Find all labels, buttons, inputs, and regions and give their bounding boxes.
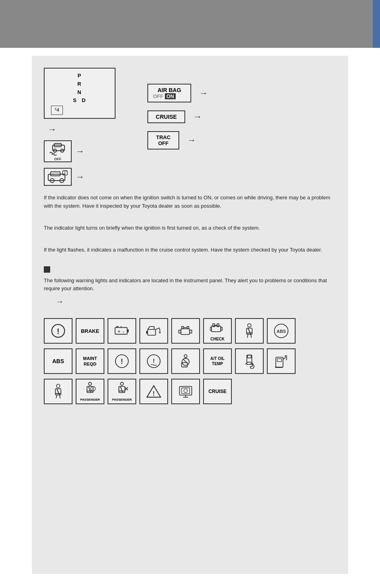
triangle-warn-svg: ! bbox=[146, 384, 161, 399]
seatbelt2-indicator bbox=[44, 379, 72, 404]
fuel2-svg bbox=[242, 354, 257, 369]
circle-exclaim-svg: ! bbox=[51, 323, 66, 338]
abs-circle-indicator: ABS bbox=[267, 318, 296, 344]
check-indicator: CHECK bbox=[203, 318, 232, 344]
trac-line2: OFF bbox=[152, 140, 174, 146]
centered-arrow: → bbox=[56, 297, 64, 306]
svg-rect-19 bbox=[148, 330, 156, 335]
svg-line-36 bbox=[248, 328, 251, 334]
airbag-row: AIR BAG OFF ON → bbox=[147, 84, 208, 102]
svg-line-63 bbox=[88, 386, 91, 392]
brake-indicator: BRAKE bbox=[76, 318, 104, 344]
text-block-3: If the light flashes, it indicates a mal… bbox=[44, 246, 336, 254]
passenger1-indicator: PASSENGER bbox=[76, 379, 104, 404]
passenger2-svg bbox=[114, 382, 129, 397]
car-lock-row: → bbox=[44, 168, 123, 186]
svg-rect-12 bbox=[115, 328, 127, 334]
airbag-bottom: OFF ON bbox=[153, 93, 186, 99]
right-column: AIR BAG OFF ON → CRUISE → bbox=[147, 72, 208, 186]
oil-pres-svg: ! bbox=[114, 354, 129, 369]
svg-rect-21 bbox=[146, 331, 148, 334]
cruise-bottom-indicator: CRUISE bbox=[203, 379, 232, 404]
skid-arrow: → bbox=[76, 146, 84, 157]
svg-point-66 bbox=[120, 382, 123, 385]
brake-label: BRAKE bbox=[81, 328, 99, 334]
gear-letters: PRNS D bbox=[51, 72, 108, 105]
battery-indicator: + - bbox=[108, 318, 136, 344]
svg-rect-29 bbox=[210, 327, 212, 330]
svg-rect-13 bbox=[127, 329, 129, 332]
airbag-label: AIR BAG bbox=[153, 87, 186, 93]
fuel2-indicator bbox=[235, 348, 264, 374]
at-oil-temp-indicator: A/T OILTEMP bbox=[203, 348, 232, 374]
svg-point-46 bbox=[184, 355, 187, 358]
svg-point-76 bbox=[184, 389, 187, 393]
text-block-2: The indicator light turns on briefly whe… bbox=[44, 224, 336, 232]
oil-pressure-indicator: ! bbox=[108, 348, 136, 374]
camera-indicator bbox=[171, 379, 200, 404]
cruise-row: CRUISE → bbox=[147, 110, 208, 123]
svg-rect-24 bbox=[190, 330, 192, 333]
trac-off-row: TRAC OFF → bbox=[147, 131, 208, 149]
cruise-bottom-label: CRUISE bbox=[208, 389, 226, 394]
header-bar bbox=[0, 0, 380, 48]
centered-arrow-row: → bbox=[56, 297, 336, 306]
skid-icon-row: OFF → bbox=[44, 140, 123, 162]
section-body-text: The following warning lights and indicat… bbox=[44, 277, 336, 293]
passenger1-label: PASSENGER bbox=[80, 398, 100, 401]
engine-svg bbox=[178, 323, 193, 338]
section-square-icon bbox=[44, 266, 50, 273]
left-arrow-row-1: → bbox=[48, 124, 123, 135]
abs-text-label: ABS bbox=[52, 358, 64, 364]
svg-text:ABS: ABS bbox=[277, 329, 286, 334]
svg-point-34 bbox=[248, 324, 251, 327]
airbag-on: ON bbox=[165, 93, 176, 99]
svg-point-61 bbox=[88, 382, 92, 385]
gear-indicator-box: PRNS D ⁵4 bbox=[44, 68, 116, 119]
svg-text:!: ! bbox=[153, 357, 155, 364]
svg-text:+: + bbox=[118, 329, 121, 334]
icon-row-1: ! BRAKE + - bbox=[44, 318, 336, 344]
trac-off-box: TRAC OFF bbox=[147, 131, 179, 149]
fuel-pump-indicator bbox=[267, 348, 296, 374]
at-oil-temp-label: A/T OILTEMP bbox=[210, 356, 225, 366]
icon-row-3: PASSENGER PASSENGER ! bbox=[44, 379, 336, 404]
oil-svg bbox=[146, 323, 161, 338]
battery-svg: + - bbox=[114, 323, 129, 338]
gear-selected: ⁵4 bbox=[51, 106, 63, 115]
cruise-arrow: → bbox=[193, 112, 202, 122]
section-header-row bbox=[44, 266, 336, 273]
check-label: CHECK bbox=[210, 337, 225, 341]
top-section: PRNS D ⁵4 → bbox=[44, 68, 336, 186]
cruise-box: CRUISE bbox=[147, 110, 185, 123]
svg-rect-26 bbox=[187, 326, 189, 328]
seatbelt-svg bbox=[242, 323, 257, 338]
maint-reqd-label: MAINTREQD bbox=[83, 356, 97, 367]
passenger2-indicator: PASSENGER bbox=[108, 379, 136, 404]
svg-rect-51 bbox=[247, 355, 251, 358]
airbag-box: AIR BAG OFF ON bbox=[147, 84, 191, 102]
oil-indicator bbox=[139, 318, 168, 344]
car-arrow: → bbox=[76, 172, 84, 182]
abs-text-indicator: ABS bbox=[44, 348, 72, 374]
skid-icon: OFF bbox=[44, 140, 72, 162]
blue-sidebar-accent bbox=[373, 0, 380, 48]
svg-point-55 bbox=[57, 384, 60, 388]
seatbelt-indicator bbox=[235, 318, 264, 344]
temp-warn-svg: ! bbox=[146, 354, 161, 369]
airbag-arrow: → bbox=[199, 88, 208, 98]
svg-rect-22 bbox=[181, 329, 190, 334]
triangle-warn-indicator: ! bbox=[139, 379, 168, 404]
svg-line-57 bbox=[57, 389, 60, 395]
off-label: OFF bbox=[54, 157, 61, 161]
fuel-pump-svg bbox=[274, 354, 289, 369]
svg-line-60 bbox=[59, 395, 60, 399]
svg-rect-23 bbox=[179, 330, 181, 333]
svg-text:!: ! bbox=[121, 357, 123, 366]
car-lock-icon bbox=[44, 168, 72, 186]
seatbelt2-svg bbox=[51, 384, 66, 399]
cruise-label: CRUISE bbox=[156, 114, 177, 120]
car-lock-svg bbox=[47, 170, 68, 184]
check-engine-svg bbox=[210, 321, 225, 336]
passenger2-label: PASSENGER bbox=[112, 398, 132, 401]
